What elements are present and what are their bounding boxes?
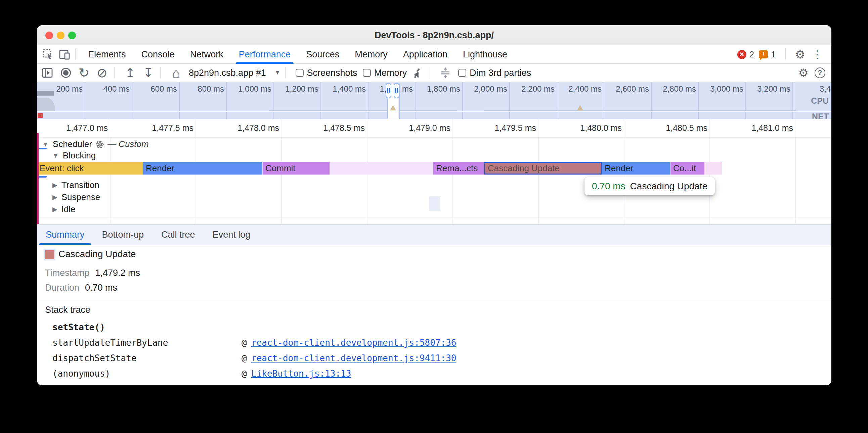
divider <box>114 67 115 78</box>
upload-profile-icon[interactable]: ↥ <box>123 65 137 80</box>
tab-elements[interactable]: Elements <box>80 45 134 64</box>
details-tab-call-tree[interactable]: Call tree <box>153 224 204 245</box>
frame-at: @ <box>242 338 247 348</box>
timeline-marker-icon <box>577 105 583 110</box>
tab-console[interactable]: Console <box>134 45 182 64</box>
record-icon[interactable] <box>58 65 73 80</box>
flame-segment[interactable] <box>330 162 433 174</box>
track-row-idle[interactable]: ▶ Idle <box>53 204 75 214</box>
checkbox-label: Screenshots <box>307 68 358 78</box>
selection-left-handle[interactable] <box>385 83 391 98</box>
ruler-tick-label: 1,478.0 ms <box>212 123 279 133</box>
ruler-gridline <box>110 119 110 137</box>
ruler-gridline <box>538 119 538 137</box>
stack-frame: dispatchSetState@react-dom-client.develo… <box>53 353 136 367</box>
overview-tick-label: 600 ms <box>129 84 177 94</box>
frame-function: startUpdateTimerByLane <box>53 338 168 348</box>
kebab-menu-icon[interactable]: ⋮ <box>810 48 825 61</box>
details-tab-summary[interactable]: Summary <box>37 224 93 245</box>
settings-gear-icon[interactable]: ⚙ <box>795 48 805 61</box>
track-name: Scheduler <box>53 139 92 149</box>
track-row-suspense[interactable]: ▶ Suspense <box>53 192 100 202</box>
tab-lighthouse[interactable]: Lighthouse <box>455 45 515 64</box>
overview-tick-label: 800 ms <box>176 84 224 94</box>
tab-application[interactable]: Application <box>395 45 455 64</box>
ruler-tick-label: 1,480.0 ms <box>555 123 622 133</box>
track-resize-handle[interactable] <box>38 148 47 149</box>
tab-performance[interactable]: Performance <box>231 45 299 64</box>
inspect-icon[interactable] <box>42 49 54 60</box>
track-gridline <box>453 138 453 224</box>
ruler-gridline <box>624 119 624 137</box>
help-icon[interactable]: ? <box>814 67 825 78</box>
clear-icon[interactable]: ⊘ <box>95 65 110 80</box>
tab-memory[interactable]: Memory <box>347 45 395 64</box>
main-tabs: ElementsConsoleNetworkPerformanceSources… <box>80 45 515 64</box>
flame-segment[interactable]: Render <box>143 162 263 174</box>
track-row-transition[interactable]: ▶ Transition <box>53 180 99 190</box>
overview-tick-label: 2,000 ms <box>459 84 507 94</box>
flame-segment-selected[interactable]: Cascading Update <box>484 162 602 174</box>
track-header-scheduler[interactable]: ▼ Scheduler — Custom <box>42 139 149 149</box>
timeline-overview[interactable]: 200 ms400 ms600 ms800 ms1,000 ms1,200 ms… <box>37 82 831 119</box>
window-title: DevTools - 8p2n9n.csb.app/ <box>37 25 831 45</box>
sidebar-toggle-icon[interactable] <box>40 65 55 80</box>
stack-frame: (anonymous)@LikeButton.js:13:13 <box>53 369 110 382</box>
live-metrics-home-icon[interactable]: ⌂ <box>168 65 183 80</box>
target-selector-dropdown[interactable]: 8p2n9n.csb.app #1 ▼ <box>189 68 280 78</box>
field-label: Duration <box>45 282 79 293</box>
track-row-blocking[interactable]: ▼ Blocking <box>53 151 96 161</box>
track-gridline <box>795 138 796 224</box>
flamechart-track-area[interactable]: ▼ Scheduler — Custom ▼ Blocking Event: c… <box>37 138 831 224</box>
error-count: 2 <box>749 49 754 60</box>
gc-broom-icon[interactable] <box>410 65 425 80</box>
frame-source-link[interactable]: react-dom-client.development.js:9411:30 <box>251 353 456 363</box>
flame-segment[interactable] <box>705 162 722 174</box>
selection-right-handle[interactable] <box>394 83 399 98</box>
frame-source-link[interactable]: react-dom-client.development.js:5807:36 <box>251 338 456 348</box>
collapse-tracks-icon[interactable] <box>438 65 453 80</box>
device-toolbar-icon[interactable] <box>59 49 70 60</box>
overview-gridline <box>793 82 793 119</box>
tooltip-duration: 0.70 ms <box>592 181 625 191</box>
field-label: Timestamp <box>45 268 90 278</box>
tab-network[interactable]: Network <box>182 45 231 64</box>
settings-gear-icon[interactable]: ⚙ <box>799 66 809 79</box>
flame-row: Event: clickRenderCommitRema...ctsCascad… <box>37 162 831 174</box>
main-tabbar: ElementsConsoleNetworkPerformanceSources… <box>37 45 831 64</box>
console-errors-button[interactable]: ✕ 2 <box>737 49 754 60</box>
ruler-gridline <box>795 119 796 137</box>
flame-segment[interactable]: Rema...cts <box>433 162 484 174</box>
memory-checkbox[interactable]: Memory <box>358 68 407 78</box>
flame-segment[interactable]: Commit <box>263 162 330 174</box>
record-and-reload-icon[interactable]: ↻ <box>76 65 91 80</box>
summary-field: Duration0.70 ms <box>45 282 117 293</box>
frame-function: setState() <box>53 322 105 332</box>
detail-time-ruler[interactable]: 1,477.0 ms1,477.5 ms1,478.0 ms1,478.5 ms… <box>37 119 831 138</box>
target-selector-value: 8p2n9n.csb.app #1 <box>189 68 266 78</box>
net-band-label: NET <box>812 112 829 119</box>
screenshots-checkbox[interactable]: Screenshots <box>290 68 358 78</box>
divider <box>430 67 430 78</box>
ruler-gridline <box>195 119 196 137</box>
field-value: 0.70 ms <box>85 282 117 293</box>
console-warnings-button[interactable]: ! 1 <box>759 49 776 60</box>
ruler-tick-label: 1,480.5 ms <box>640 123 707 133</box>
titlebar: DevTools - 8p2n9n.csb.app/ <box>37 25 831 45</box>
dropdown-caret-icon: ▼ <box>275 69 280 76</box>
network-request-block <box>38 113 43 118</box>
flame-segment[interactable]: Co...it <box>671 162 705 174</box>
overview-tick-label: 1,800 ms <box>412 84 460 94</box>
flame-segment[interactable]: Event: click <box>37 162 143 174</box>
details-tab-event-log[interactable]: Event log <box>204 224 259 245</box>
details-tab-bottom-up[interactable]: Bottom-up <box>93 224 153 245</box>
ruler-tick-label: 1,477.5 ms <box>126 123 193 133</box>
dim-3rd-parties-checkbox[interactable]: Dim 3rd parties <box>453 68 531 78</box>
track-resize-handle[interactable] <box>38 176 47 177</box>
tab-sources[interactable]: Sources <box>298 45 347 64</box>
flame-segment[interactable]: Render <box>602 162 671 174</box>
triangle-right-icon: ▶ <box>53 193 57 201</box>
track-horizontal-gridline <box>37 218 831 218</box>
download-profile-icon[interactable]: ↧ <box>141 65 156 80</box>
frame-source-link[interactable]: LikeButton.js:13:13 <box>251 369 351 379</box>
